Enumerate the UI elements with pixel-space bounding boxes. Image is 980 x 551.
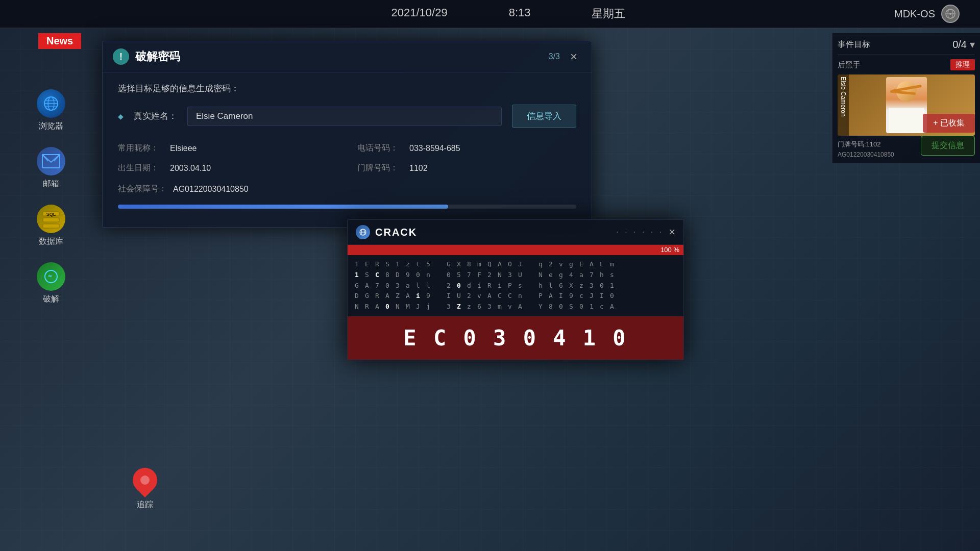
sidebar-item-browser[interactable]: 浏览器 xyxy=(32,84,70,137)
crack-window: CRACK · · · · · · × 100 % 1ERS1zt5GX8mQA… xyxy=(347,219,684,360)
ssn-label: 社会保障号： xyxy=(118,184,167,194)
name-input[interactable] xyxy=(187,107,502,126)
mail-label: 邮箱 xyxy=(43,179,59,189)
crack-label: 破解 xyxy=(43,294,59,305)
sidebar-item-crack[interactable]: 破解 xyxy=(32,257,70,310)
os-icon xyxy=(941,5,960,23)
date-display: 2021/10/29 xyxy=(391,6,448,21)
svg-rect-14 xyxy=(43,218,59,222)
culprit-section: 后黑手 推理 xyxy=(838,59,975,70)
birthday-value: 2003.04.10 xyxy=(170,164,211,173)
decrypt-subtitle: 选择目标足够的信息生成密码： xyxy=(118,83,576,94)
sidebar-item-db[interactable]: SQL 数据库 xyxy=(32,199,70,252)
os-label: MDK-OS xyxy=(894,8,935,20)
submit-button[interactable]: 提交信息 xyxy=(921,136,975,156)
nickname-label: 常用昵称： xyxy=(118,143,164,154)
crack-close-btn[interactable]: × xyxy=(669,226,675,239)
sidebar: 浏览器 邮箱 SQL 数据库 破解 xyxy=(0,28,102,551)
top-bar: 2021/10/29 8:13 星期五 MDK-OS xyxy=(0,0,980,28)
tracker-area[interactable]: 追踪 xyxy=(133,468,157,510)
time-display: 8:13 xyxy=(509,6,531,21)
nickname-row: 常用昵称： Elsieee xyxy=(118,143,337,154)
top-bar-center: 2021/10/29 8:13 星期五 xyxy=(391,6,626,21)
crack-icon xyxy=(37,262,65,291)
right-panel: 事件目标 0/4 ▾ 后黑手 推理 Elsie Cameron 门牌号码:110… xyxy=(832,33,980,163)
score-fraction: 0/4 xyxy=(952,39,967,51)
browser-icon xyxy=(37,89,65,118)
phone-label: 电话号码： xyxy=(357,143,403,154)
door-row: 门牌号码： 1102 xyxy=(357,163,576,173)
expand-arrow-icon[interactable]: ▾ xyxy=(970,38,975,51)
decrypt-progress-bar-fill xyxy=(118,205,448,209)
crack-progress-bar: 100 % xyxy=(348,245,683,255)
svg-point-3 xyxy=(949,13,951,15)
svg-text:SQL: SQL xyxy=(46,212,56,217)
db-icon: SQL xyxy=(37,205,65,233)
name-label: 真实姓名： xyxy=(134,110,177,122)
decrypt-progress-bar-wrap xyxy=(118,205,576,209)
crack-result-chars: E C 0 3 0 4 1 0 xyxy=(403,325,627,350)
door-value: 1102 xyxy=(409,164,428,173)
phone-value: 033-8594-685 xyxy=(409,144,460,153)
decrypt-title: 破解密码 xyxy=(135,49,543,64)
name-row: ◆ 真实姓名： 信息导入 xyxy=(118,105,576,128)
portrait-name-label: Elsie Cameron xyxy=(838,74,849,136)
right-panel-title: 事件目标 xyxy=(838,39,870,50)
culprit-action-btn[interactable]: 推理 xyxy=(950,59,975,70)
birthday-label: 出生日期： xyxy=(118,163,164,173)
db-label: 数据库 xyxy=(39,236,63,247)
portrait-image xyxy=(886,77,927,133)
crack-dots: · · · · · · xyxy=(616,228,664,237)
crack-titlebar: CRACK · · · · · · × xyxy=(348,220,683,245)
collected-button[interactable]: + 已收集 xyxy=(923,114,975,133)
warning-icon: ! xyxy=(113,48,129,65)
weekday-display: 星期五 xyxy=(592,6,625,21)
right-panel-header: 事件目标 0/4 ▾ xyxy=(838,38,975,55)
birthday-row: 出生日期： 2003.04.10 xyxy=(118,163,337,173)
door-label: 门牌号码： xyxy=(357,163,403,173)
top-bar-right: MDK-OS xyxy=(894,5,960,23)
crack-globe-icon xyxy=(356,225,370,239)
sidebar-item-mail[interactable]: 邮箱 xyxy=(32,142,70,194)
info-grid: 常用昵称： Elsieee 电话号码： 033-8594-685 出生日期： 2… xyxy=(118,143,576,173)
decrypt-body: 选择目标足够的信息生成密码： ◆ 真实姓名： 信息导入 常用昵称： Elsiee… xyxy=(103,72,592,227)
tracker-pin-inner xyxy=(140,475,150,485)
decrypt-close-btn[interactable]: × xyxy=(566,49,581,64)
track-label: 追踪 xyxy=(137,499,153,510)
crack-matrix: 1ERS1zt5GX8mQAOJq2vgEALm1SC8D90n057F2N3U… xyxy=(348,255,683,316)
phone-row: 电话号码： 033-8594-685 xyxy=(357,143,576,154)
svg-rect-15 xyxy=(43,224,59,228)
decrypt-titlebar: ! 破解密码 3/3 × xyxy=(103,41,592,72)
ssn-value: AG01220030410850 xyxy=(173,185,249,194)
culprit-label: 后黑手 xyxy=(838,60,861,70)
crack-progress-label: 100 % xyxy=(660,246,679,254)
crack-title: CRACK xyxy=(375,227,611,238)
decrypt-window: ! 破解密码 3/3 × 选择目标足够的信息生成密码： ◆ 真实姓名： 信息导入… xyxy=(102,41,592,228)
crack-result: E C 0 3 0 4 1 0 xyxy=(348,316,683,360)
tracker-pin xyxy=(128,463,162,497)
ssn-row: 社会保障号： AG01220030410850 xyxy=(118,184,576,194)
mail-icon xyxy=(37,147,65,176)
decrypt-step: 3/3 xyxy=(549,52,560,61)
browser-label: 浏览器 xyxy=(39,121,63,132)
import-btn[interactable]: 信息导入 xyxy=(512,105,576,128)
diamond-icon: ◆ xyxy=(118,112,124,120)
nickname-value: Elsieee xyxy=(170,144,197,153)
portrait-body xyxy=(889,108,924,133)
news-label: News xyxy=(38,33,81,49)
